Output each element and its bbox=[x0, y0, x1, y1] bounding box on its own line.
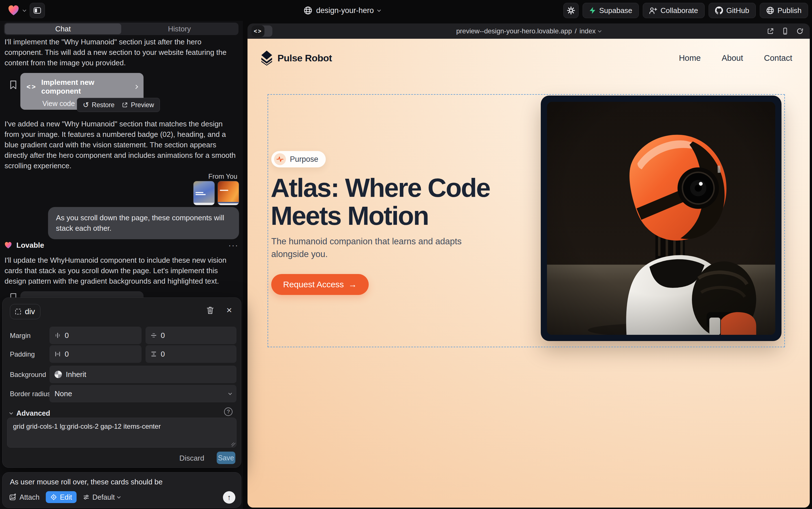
from-you-label: From You bbox=[208, 172, 237, 180]
site-logo[interactable]: Pulse Robot bbox=[260, 50, 332, 66]
padding-x-input[interactable]: 0 bbox=[49, 345, 142, 363]
composer-input[interactable]: As user mouse roll over, these cards sho… bbox=[10, 478, 163, 486]
site-brand: Pulse Robot bbox=[278, 53, 332, 64]
url-separator: / bbox=[575, 27, 577, 35]
close-inspector-button[interactable]: × bbox=[226, 305, 232, 315]
chat-composer[interactable]: As user mouse roll over, these cards sho… bbox=[2, 472, 241, 508]
supabase-button[interactable]: Supabase bbox=[583, 3, 639, 18]
edit-mode-button[interactable]: Edit bbox=[46, 491, 77, 503]
open-external-button[interactable] bbox=[767, 27, 774, 35]
github-button[interactable]: GitHub bbox=[709, 3, 756, 18]
lovable-logo-icon[interactable] bbox=[8, 5, 19, 16]
nav-home[interactable]: Home bbox=[679, 54, 701, 63]
target-icon bbox=[50, 494, 57, 501]
save-button[interactable]: Save bbox=[217, 451, 235, 464]
project-name: design-your-hero bbox=[316, 6, 374, 15]
hero-subtitle: The humanoid companion that learns and a… bbox=[271, 235, 462, 261]
panel-left-icon bbox=[34, 7, 41, 13]
chevron-down-icon bbox=[598, 29, 601, 33]
attach-button[interactable]: Attach bbox=[9, 493, 40, 501]
border-radius-label: Border radius bbox=[10, 390, 50, 398]
external-link-icon bbox=[122, 102, 128, 108]
assistant-header: Lovable ··· bbox=[4, 240, 238, 250]
chat-tabs: Chat History bbox=[4, 23, 238, 35]
style-inspector-panel: div × Margin 0 0 Padding 0 bbox=[2, 298, 241, 468]
margin-y-input[interactable]: 0 bbox=[146, 327, 236, 344]
delete-element-button[interactable] bbox=[207, 306, 214, 314]
publish-button[interactable]: Publish bbox=[760, 3, 808, 18]
refresh-icon bbox=[796, 27, 804, 35]
resize-handle[interactable] bbox=[231, 443, 235, 446]
url-host: preview--design-your-hero.lovable.app bbox=[456, 27, 572, 35]
request-access-button[interactable]: Request Access → bbox=[271, 274, 369, 295]
chat-panel: Chat History I'll implement the "Why Hum… bbox=[0, 21, 243, 509]
mobile-icon bbox=[781, 27, 789, 35]
supabase-icon bbox=[589, 7, 596, 14]
assistant-name: Lovable bbox=[16, 241, 44, 250]
bookmark-icon[interactable] bbox=[10, 80, 17, 89]
element-box-icon bbox=[15, 309, 21, 314]
preview-panel: <> preview--design-your-hero.lovable.app… bbox=[248, 24, 810, 508]
chevron-right-icon bbox=[134, 84, 138, 89]
preview-url[interactable]: preview--design-your-hero.lovable.app / … bbox=[248, 24, 810, 39]
restore-preview-popover: ↺ Restore Preview bbox=[77, 98, 160, 112]
purpose-badge[interactable]: Purpose bbox=[271, 151, 326, 167]
assistant-message: I've added a new "Why Humanoid" section … bbox=[4, 119, 238, 171]
app-topbar: design-your-hero Supabase Collabora bbox=[0, 0, 812, 21]
nav-about[interactable]: About bbox=[722, 54, 743, 63]
globe-icon bbox=[304, 6, 312, 15]
person-plus-icon bbox=[649, 7, 657, 14]
globe-icon bbox=[766, 6, 774, 14]
preview-button[interactable]: Preview bbox=[122, 101, 154, 109]
refresh-button[interactable] bbox=[796, 27, 804, 35]
attachment-thumbnail-blue[interactable] bbox=[193, 181, 215, 205]
padding-y-icon bbox=[151, 351, 157, 357]
send-button[interactable]: ↑ bbox=[223, 491, 235, 504]
site-header: Pulse Robot Home About Contact bbox=[260, 49, 792, 66]
lovable-heart-icon bbox=[4, 242, 12, 249]
tab-history[interactable]: History bbox=[121, 24, 237, 34]
border-radius-select[interactable]: None bbox=[49, 385, 236, 402]
margin-y-icon bbox=[151, 332, 157, 338]
advanced-toggle[interactable]: Advanced bbox=[10, 409, 50, 417]
component-card-title: Implement new component bbox=[41, 78, 130, 96]
hero-heading: Atlas: Where Code Meets Motion bbox=[271, 174, 490, 230]
arrow-right-icon: → bbox=[348, 280, 357, 289]
assistant-message: I'll implement the "Why Humanoid" sectio… bbox=[4, 37, 235, 68]
margin-x-icon bbox=[54, 332, 61, 338]
preview-topbar: <> preview--design-your-hero.lovable.app… bbox=[248, 24, 810, 39]
assistant-message: I'll update the WhyHumanoid component to… bbox=[4, 255, 238, 286]
padding-label: Padding bbox=[10, 350, 35, 358]
gear-icon bbox=[567, 6, 575, 14]
chevron-down-icon bbox=[228, 392, 232, 395]
settings-button[interactable] bbox=[563, 3, 579, 18]
github-icon bbox=[715, 6, 723, 14]
workspace-chevron-icon[interactable] bbox=[23, 8, 26, 12]
mode-select[interactable]: Default bbox=[83, 493, 120, 501]
mobile-view-button[interactable] bbox=[781, 27, 789, 35]
background-input[interactable]: Inherit bbox=[49, 366, 236, 383]
sidebar-toggle-button[interactable] bbox=[30, 3, 45, 18]
attach-image-icon bbox=[9, 494, 17, 501]
message-menu-button[interactable]: ··· bbox=[228, 240, 238, 250]
advanced-classes-textarea[interactable]: grid grid-cols-1 lg:grid-cols-2 gap-12 i… bbox=[7, 418, 236, 448]
project-switcher[interactable]: design-your-hero bbox=[304, 0, 380, 21]
url-page: index bbox=[580, 27, 596, 35]
padding-y-input[interactable]: 0 bbox=[146, 345, 236, 363]
arrow-up-icon: ↑ bbox=[227, 493, 231, 502]
sliders-icon bbox=[83, 494, 89, 501]
nav-contact[interactable]: Contact bbox=[764, 54, 792, 63]
attachment-thumbnail-orange[interactable] bbox=[218, 181, 239, 205]
restore-icon: ↺ bbox=[83, 101, 89, 109]
trash-icon bbox=[207, 306, 214, 314]
restore-button[interactable]: ↺ Restore bbox=[83, 101, 114, 109]
hero-robot-card bbox=[541, 96, 781, 341]
tab-chat[interactable]: Chat bbox=[5, 24, 121, 34]
discard-button[interactable]: Discard bbox=[179, 454, 204, 463]
chevron-down-icon bbox=[377, 8, 381, 12]
selected-element-chip[interactable]: div bbox=[10, 304, 40, 319]
user-message-bubble: As you scroll down the page, these compo… bbox=[48, 207, 239, 239]
margin-x-input[interactable]: 0 bbox=[49, 327, 142, 344]
help-icon[interactable]: ? bbox=[224, 407, 232, 416]
collaborate-button[interactable]: Collaborate bbox=[643, 3, 705, 18]
